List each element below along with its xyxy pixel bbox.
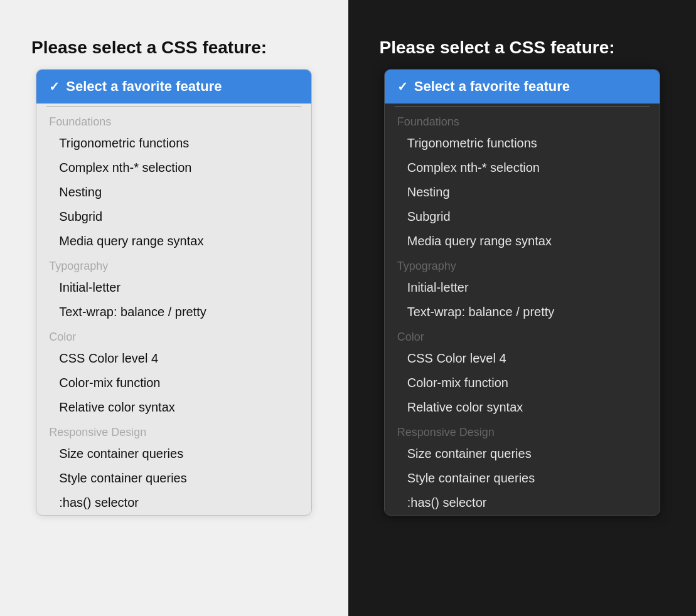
dark-select-box[interactable]: ✓ Select a favorite feature Foundations … xyxy=(384,69,660,516)
light-divider xyxy=(46,106,301,107)
light-option-trig[interactable]: Trigonometric functions xyxy=(36,131,311,156)
dark-option-css-color[interactable]: CSS Color level 4 xyxy=(385,346,660,371)
light-panel: Please select a CSS feature: ✓ Select a … xyxy=(0,0,348,616)
light-option-textwrap[interactable]: Text-wrap: balance / pretty xyxy=(36,300,311,324)
light-panel-title: Please select a CSS feature: xyxy=(31,38,267,58)
dark-option-subgrid[interactable]: Subgrid xyxy=(385,204,660,229)
dark-option-nth[interactable]: Complex nth-* selection xyxy=(385,156,660,180)
dark-divider xyxy=(395,106,650,107)
dark-option-color-mix[interactable]: Color-mix function xyxy=(385,371,660,395)
light-selected-label: Select a favorite feature xyxy=(66,78,222,95)
light-option-css-color[interactable]: CSS Color level 4 xyxy=(36,346,311,371)
dark-option-media-query[interactable]: Media query range syntax xyxy=(385,229,660,253)
light-option-relative-color[interactable]: Relative color syntax xyxy=(36,395,311,420)
light-option-style-container[interactable]: Style container queries xyxy=(36,466,311,491)
dark-option-textwrap[interactable]: Text-wrap: balance / pretty xyxy=(385,300,660,324)
dark-option-size-container[interactable]: Size container queries xyxy=(385,442,660,466)
dark-group-foundations: Foundations xyxy=(385,109,660,131)
light-group-foundations: Foundations xyxy=(36,109,311,131)
light-option-initial-letter[interactable]: Initial-letter xyxy=(36,275,311,300)
light-checkmark-icon: ✓ xyxy=(49,79,60,94)
light-selected-option[interactable]: ✓ Select a favorite feature xyxy=(36,70,311,104)
light-option-media-query[interactable]: Media query range syntax xyxy=(36,229,311,253)
dark-option-trig[interactable]: Trigonometric functions xyxy=(385,131,660,156)
light-select-box[interactable]: ✓ Select a favorite feature Foundations … xyxy=(36,69,312,516)
dark-group-responsive: Responsive Design xyxy=(385,420,660,442)
light-group-color: Color xyxy=(36,324,311,346)
light-option-color-mix[interactable]: Color-mix function xyxy=(36,371,311,395)
dark-group-typography: Typography xyxy=(385,253,660,275)
light-option-nth[interactable]: Complex nth-* selection xyxy=(36,156,311,180)
dark-selected-label: Select a favorite feature xyxy=(414,78,570,95)
dark-option-nesting[interactable]: Nesting xyxy=(385,180,660,204)
dark-option-relative-color[interactable]: Relative color syntax xyxy=(385,395,660,420)
light-option-subgrid[interactable]: Subgrid xyxy=(36,204,311,229)
light-option-has-selector[interactable]: :has() selector xyxy=(36,491,311,515)
light-option-nesting[interactable]: Nesting xyxy=(36,180,311,204)
dark-option-initial-letter[interactable]: Initial-letter xyxy=(385,275,660,300)
dark-group-color: Color xyxy=(385,324,660,346)
dark-panel-title: Please select a CSS feature: xyxy=(380,38,615,58)
dark-checkmark-icon: ✓ xyxy=(397,79,408,94)
dark-selected-option[interactable]: ✓ Select a favorite feature xyxy=(385,70,660,104)
light-group-typography: Typography xyxy=(36,253,311,275)
dark-option-style-container[interactable]: Style container queries xyxy=(385,466,660,491)
dark-panel: Please select a CSS feature: ✓ Select a … xyxy=(348,0,697,616)
light-group-responsive: Responsive Design xyxy=(36,420,311,442)
dark-option-has-selector[interactable]: :has() selector xyxy=(385,491,660,515)
light-option-size-container[interactable]: Size container queries xyxy=(36,442,311,466)
